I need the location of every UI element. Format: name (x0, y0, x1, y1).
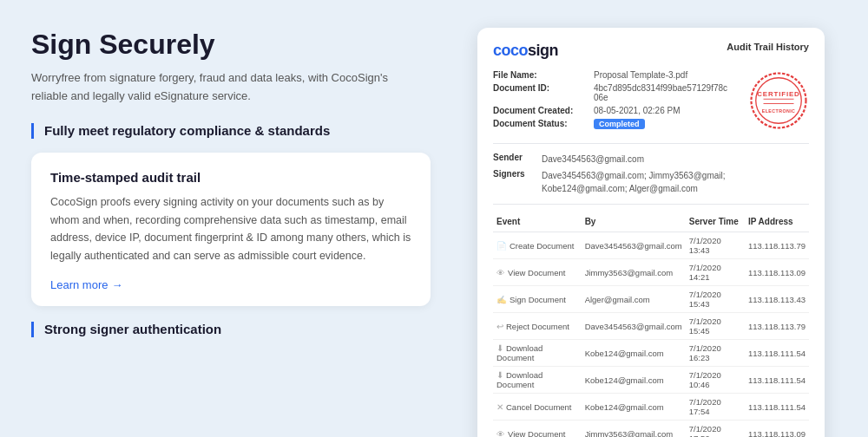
table-row: ↩Reject Document Dave3454563@gmail.com 7… (493, 313, 809, 340)
signers-row: Signers Dave3454563@gmail.com; Jimmy3563… (493, 169, 809, 195)
sender-value: Dave3454563@gmail.com (542, 153, 644, 166)
doc-status-row: Document Status: Completed (493, 119, 731, 129)
by-cell: Kobe124@gmail.com (582, 340, 686, 367)
audit-events-table: Event By Server Time IP Address 📄Create … (493, 213, 809, 437)
table-row: ⬇Download Document Kobe124@gmail.com 7/1… (493, 367, 809, 394)
by-cell: Kobe124@gmail.com (582, 367, 686, 394)
doc-id-label: Document ID: (493, 83, 589, 93)
svg-text:ELECTRONIC: ELECTRONIC (762, 108, 796, 114)
doc-status-label: Document Status: (493, 119, 589, 128)
ip-cell: 113.118.111.54 (745, 340, 809, 367)
by-cell: Jimmy3563@gmail.com (582, 259, 686, 286)
by-cell: Jimmy3563@gmail.com (582, 421, 686, 438)
subtitle: Worryfree from signature forgery, fraud … (31, 69, 396, 106)
event-cell: 📄Create Document (493, 232, 582, 259)
svg-point-1 (756, 78, 802, 124)
event-cell: ✕Cancel Document (493, 394, 582, 421)
signers-label: Signers (493, 169, 535, 195)
status-badge: Completed (594, 119, 645, 129)
time-cell: 7/1/2020 10:46 (686, 367, 745, 394)
ip-cell: 113.118.113.79 (745, 313, 809, 340)
section1-header: Fully meet regulatory compliance & stand… (31, 123, 431, 139)
event-cell: ↩Reject Document (493, 313, 582, 340)
file-name-label: File Name: (493, 70, 589, 80)
time-cell: 7/1/2020 15:43 (686, 286, 745, 313)
col-event: Event (493, 213, 582, 232)
ip-cell: 113.118.111.54 (745, 394, 809, 421)
svg-point-0 (752, 74, 806, 128)
by-cell: Dave3454563@gmail.com (582, 313, 686, 340)
right-panel: cocosign Audit Trail History File Name: … (465, 28, 837, 437)
table-row: 👁View Document Jimmy3563@gmail.com 7/1/2… (493, 259, 809, 286)
main-title: Sign Securely (31, 28, 431, 61)
file-name-value: Proposal Template-3.pdf (594, 70, 687, 80)
svg-text:CERTIFIED: CERTIFIED (757, 90, 799, 98)
doc-created-row: Document Created: 08-05-2021, 02:26 PM (493, 106, 731, 115)
time-cell: 7/1/2020 17:56 (686, 421, 745, 438)
time-cell: 7/1/2020 15:45 (686, 313, 745, 340)
doc-id-value: 4bc7d895dc8314f99bae57129f78c06e (594, 83, 731, 102)
ip-cell: 113.118.113.43 (745, 286, 809, 313)
time-cell: 7/1/2020 14:21 (686, 259, 745, 286)
card-body-text: CocoSign proofs every signing activity o… (50, 193, 411, 265)
col-by: By (582, 213, 686, 232)
by-cell: Alger@gmail.com (582, 286, 686, 313)
file-name-row: File Name: Proposal Template-3.pdf (493, 70, 731, 80)
table-row: 📄Create Document Dave3454563@gmail.com 7… (493, 232, 809, 259)
audit-trail-card-modal: cocosign Audit Trail History File Name: … (477, 28, 825, 437)
table-row: 👁View Document Jimmy3563@gmail.com 7/1/2… (493, 421, 809, 438)
col-ip: IP Address (745, 213, 809, 232)
event-cell: ⬇Download Document (493, 367, 582, 394)
event-cell: ✍Sign Document (493, 286, 582, 313)
ip-cell: 113.118.113.09 (745, 421, 809, 438)
section2-header: Strong signer authentication (31, 322, 431, 337)
doc-created-label: Document Created: (493, 106, 589, 115)
audit-trail-title: Audit Trail History (727, 42, 809, 52)
ip-cell: 113.118.113.79 (745, 232, 809, 259)
meta-section: File Name: Proposal Template-3.pdf Docum… (493, 70, 809, 133)
cocosign-logo: cocosign (493, 42, 558, 60)
certified-stamp: CERTIFIED ELECTRONIC (748, 70, 809, 131)
col-time: Server Time (686, 213, 745, 232)
time-cell: 7/1/2020 17:54 (686, 394, 745, 421)
signers-value: Dave3454563@gmail.com; Jimmy3563@gmail; … (542, 169, 809, 195)
event-cell: 👁View Document (493, 259, 582, 286)
sender-row: Sender Dave3454563@gmail.com (493, 153, 809, 166)
by-cell: Kobe124@gmail.com (582, 394, 686, 421)
event-cell: 👁View Document (493, 421, 582, 438)
audit-card-header: cocosign Audit Trail History (493, 42, 809, 60)
sender-signers-section: Sender Dave3454563@gmail.com Signers Dav… (493, 143, 809, 205)
card-title: Time-stamped audit trail (50, 170, 411, 185)
left-panel: Sign Securely Worryfree from signature f… (31, 28, 431, 337)
table-row: ✍Sign Document Alger@gmail.com 7/1/2020 … (493, 286, 809, 313)
doc-id-row: Document ID: 4bc7d895dc8314f99bae57129f7… (493, 83, 731, 102)
sender-label: Sender (493, 153, 535, 166)
table-row: ⬇Download Document Kobe124@gmail.com 7/1… (493, 340, 809, 367)
meta-fields: File Name: Proposal Template-3.pdf Docum… (493, 70, 731, 133)
ip-cell: 113.118.113.09 (745, 259, 809, 286)
learn-more-link[interactable]: Learn more → (50, 278, 122, 291)
event-cell: ⬇Download Document (493, 340, 582, 367)
by-cell: Dave3454563@gmail.com (582, 232, 686, 259)
time-cell: 7/1/2020 16:23 (686, 340, 745, 367)
ip-cell: 113.118.111.54 (745, 367, 809, 394)
audit-trail-card: Time-stamped audit trail CocoSign proofs… (31, 153, 431, 307)
time-cell: 7/1/2020 13:43 (686, 232, 745, 259)
table-row: ✕Cancel Document Kobe124@gmail.com 7/1/2… (493, 394, 809, 421)
doc-created-value: 08-05-2021, 02:26 PM (594, 106, 681, 115)
